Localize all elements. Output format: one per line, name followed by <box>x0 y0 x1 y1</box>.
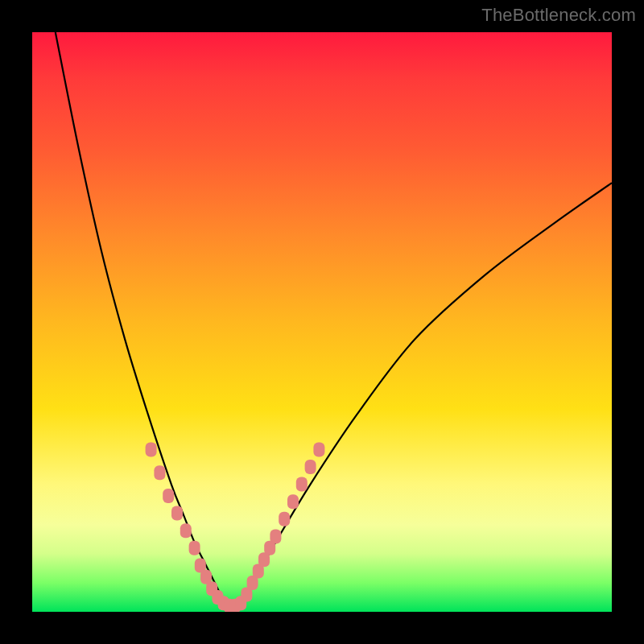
watermark-text: TheBottleneck.com <box>481 5 636 26</box>
marker-dot <box>287 494 299 509</box>
marker-dot <box>171 506 183 521</box>
main-curve <box>56 32 612 607</box>
marker-dot <box>189 541 200 555</box>
curve-svg <box>32 32 612 612</box>
marker-dot <box>146 442 157 456</box>
marker-dot <box>270 529 281 543</box>
marker-dot <box>154 465 165 480</box>
plot-area <box>32 32 612 612</box>
marker-dot <box>163 489 174 503</box>
outer-frame: TheBottleneck.com <box>0 0 644 644</box>
marker-band-left <box>146 442 247 612</box>
marker-dot <box>180 523 192 538</box>
marker-dot <box>305 460 316 474</box>
marker-dot <box>279 512 290 526</box>
marker-dot <box>296 477 308 492</box>
marker-dot <box>313 442 324 456</box>
marker-band-right <box>241 442 324 601</box>
bottleneck-curve-path <box>56 32 612 607</box>
